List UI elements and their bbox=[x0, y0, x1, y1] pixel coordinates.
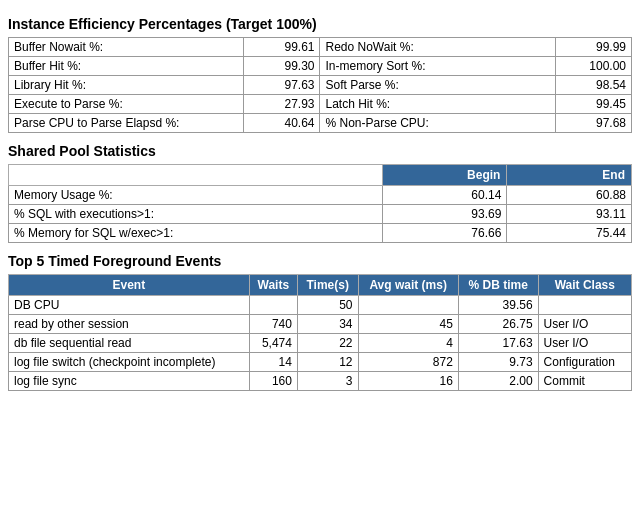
table-cell: db file sequential read bbox=[9, 334, 250, 353]
cell-label: Buffer Hit %: bbox=[9, 57, 244, 76]
table-row: log file sync1603162.00Commit bbox=[9, 372, 632, 391]
table-row: read by other session740344526.75User I/… bbox=[9, 315, 632, 334]
cell-begin: 60.14 bbox=[382, 186, 507, 205]
table-cell: log file switch (checkpoint incomplete) bbox=[9, 353, 250, 372]
column-header: Event bbox=[9, 275, 250, 296]
instance-efficiency-table: Buffer Nowait %:99.61Redo NoWait %:99.99… bbox=[8, 37, 632, 133]
cell-label: % SQL with executions>1: bbox=[9, 205, 383, 224]
table-cell: 5,474 bbox=[249, 334, 297, 353]
cell-value: 99.45 bbox=[555, 95, 631, 114]
top5-table: EventWaitsTime(s)Avg wait (ms)% DB timeW… bbox=[8, 274, 632, 391]
table-cell: 26.75 bbox=[458, 315, 538, 334]
instance-efficiency-section: Instance Efficiency Percentages (Target … bbox=[8, 16, 632, 133]
table-cell: read by other session bbox=[9, 315, 250, 334]
table-cell: User I/O bbox=[538, 315, 631, 334]
column-header: Wait Class bbox=[538, 275, 631, 296]
table-row: Buffer Nowait %:99.61Redo NoWait %:99.99 bbox=[9, 38, 632, 57]
cell-label: Memory Usage %: bbox=[9, 186, 383, 205]
cell-value: 99.99 bbox=[555, 38, 631, 57]
instance-efficiency-title: Instance Efficiency Percentages (Target … bbox=[8, 16, 632, 32]
cell-label: Latch Hit %: bbox=[320, 95, 555, 114]
cell-value: 99.61 bbox=[244, 38, 320, 57]
cell-label: Buffer Nowait %: bbox=[9, 38, 244, 57]
shared-pool-section: Shared Pool Statistics BeginEnd Memory U… bbox=[8, 143, 632, 243]
table-cell: 4 bbox=[358, 334, 458, 353]
top5-section: Top 5 Timed Foreground Events EventWaits… bbox=[8, 253, 632, 391]
table-cell: 872 bbox=[358, 353, 458, 372]
cell-label: Parse CPU to Parse Elapsd %: bbox=[9, 114, 244, 133]
column-header: Avg wait (ms) bbox=[358, 275, 458, 296]
cell-value: 27.93 bbox=[244, 95, 320, 114]
table-row: Execute to Parse %:27.93Latch Hit %:99.4… bbox=[9, 95, 632, 114]
table-cell: DB CPU bbox=[9, 296, 250, 315]
column-header: End bbox=[507, 165, 632, 186]
cell-value: 97.68 bbox=[555, 114, 631, 133]
table-cell bbox=[249, 296, 297, 315]
cell-begin: 93.69 bbox=[382, 205, 507, 224]
shared-pool-title: Shared Pool Statistics bbox=[8, 143, 632, 159]
table-row: Library Hit %:97.63Soft Parse %:98.54 bbox=[9, 76, 632, 95]
column-header bbox=[9, 165, 383, 186]
table-cell bbox=[358, 296, 458, 315]
cell-end: 60.88 bbox=[507, 186, 632, 205]
table-cell: 2.00 bbox=[458, 372, 538, 391]
table-header-row: EventWaitsTime(s)Avg wait (ms)% DB timeW… bbox=[9, 275, 632, 296]
table-row: log file switch (checkpoint incomplete)1… bbox=[9, 353, 632, 372]
table-cell: 160 bbox=[249, 372, 297, 391]
column-header: Begin bbox=[382, 165, 507, 186]
table-row: db file sequential read5,47422417.63User… bbox=[9, 334, 632, 353]
table-cell: 22 bbox=[297, 334, 358, 353]
table-cell: 16 bbox=[358, 372, 458, 391]
table-row: Buffer Hit %:99.30In-memory Sort %:100.0… bbox=[9, 57, 632, 76]
cell-label: In-memory Sort %: bbox=[320, 57, 555, 76]
table-cell bbox=[538, 296, 631, 315]
table-header-row: BeginEnd bbox=[9, 165, 632, 186]
table-cell: 740 bbox=[249, 315, 297, 334]
column-header: Time(s) bbox=[297, 275, 358, 296]
table-cell: 50 bbox=[297, 296, 358, 315]
cell-value: 99.30 bbox=[244, 57, 320, 76]
cell-label: Soft Parse %: bbox=[320, 76, 555, 95]
cell-begin: 76.66 bbox=[382, 224, 507, 243]
cell-end: 75.44 bbox=[507, 224, 632, 243]
table-cell: User I/O bbox=[538, 334, 631, 353]
cell-label: % Non-Parse CPU: bbox=[320, 114, 555, 133]
cell-label: Library Hit %: bbox=[9, 76, 244, 95]
table-cell: Commit bbox=[538, 372, 631, 391]
table-row: % SQL with executions>1:93.6993.11 bbox=[9, 205, 632, 224]
column-header: Waits bbox=[249, 275, 297, 296]
table-cell: 45 bbox=[358, 315, 458, 334]
cell-value: 98.54 bbox=[555, 76, 631, 95]
table-cell: 3 bbox=[297, 372, 358, 391]
table-cell: 9.73 bbox=[458, 353, 538, 372]
table-cell: 14 bbox=[249, 353, 297, 372]
top5-title: Top 5 Timed Foreground Events bbox=[8, 253, 632, 269]
table-row: Parse CPU to Parse Elapsd %:40.64% Non-P… bbox=[9, 114, 632, 133]
table-row: % Memory for SQL w/exec>1:76.6675.44 bbox=[9, 224, 632, 243]
table-cell: 17.63 bbox=[458, 334, 538, 353]
cell-value: 97.63 bbox=[244, 76, 320, 95]
cell-value: 40.64 bbox=[244, 114, 320, 133]
table-cell: 12 bbox=[297, 353, 358, 372]
cell-label: Redo NoWait %: bbox=[320, 38, 555, 57]
table-cell: 39.56 bbox=[458, 296, 538, 315]
cell-value: 100.00 bbox=[555, 57, 631, 76]
table-row: Memory Usage %:60.1460.88 bbox=[9, 186, 632, 205]
table-cell: Configuration bbox=[538, 353, 631, 372]
cell-end: 93.11 bbox=[507, 205, 632, 224]
cell-label: % Memory for SQL w/exec>1: bbox=[9, 224, 383, 243]
shared-pool-table: BeginEnd Memory Usage %:60.1460.88% SQL … bbox=[8, 164, 632, 243]
column-header: % DB time bbox=[458, 275, 538, 296]
table-row: DB CPU5039.56 bbox=[9, 296, 632, 315]
cell-label: Execute to Parse %: bbox=[9, 95, 244, 114]
table-cell: log file sync bbox=[9, 372, 250, 391]
table-cell: 34 bbox=[297, 315, 358, 334]
